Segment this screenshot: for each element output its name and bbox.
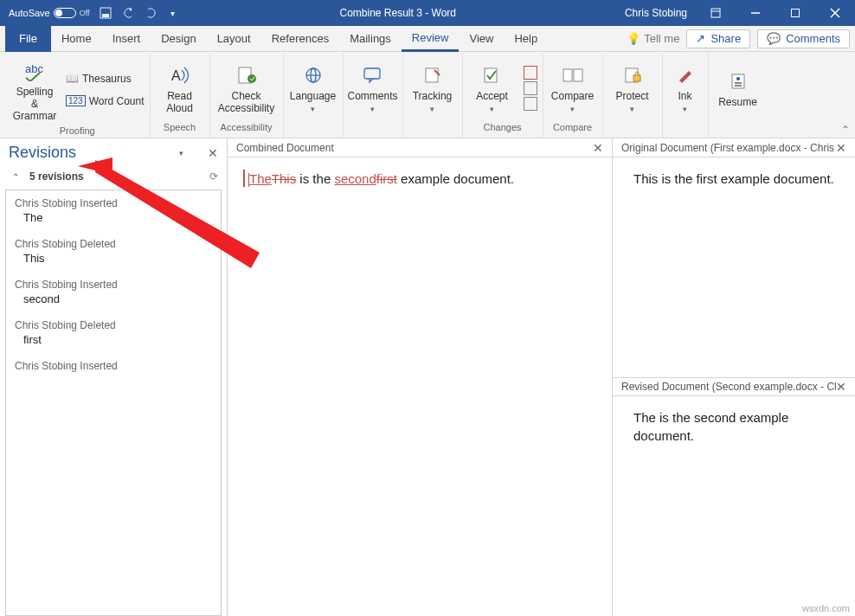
resume-icon [729,67,748,95]
tab-references[interactable]: References [261,26,339,52]
qat-more-icon[interactable]: ▾ [166,6,180,20]
minimize-button[interactable] [736,0,775,26]
ink-icon [677,61,694,89]
ink-button[interactable]: Ink▾ [668,60,703,115]
group-label-changes: Changes [483,120,521,136]
revised-document-body[interactable]: The is the second example document. [613,396,855,616]
prev-change-icon[interactable] [524,81,537,95]
svg-rect-18 [563,69,572,81]
svg-text:A: A [171,68,181,83]
comment-icon: 💬 [767,32,781,45]
tell-me-search[interactable]: 💡 Tell me [627,32,679,45]
combined-close-icon[interactable]: ✕ [593,141,603,155]
pane-options-icon[interactable]: ▾ [179,149,183,157]
save-icon[interactable] [99,6,112,20]
revision-item: Chris Stobing InsertedThe [6,190,221,231]
revision-count: 5 revisions [29,170,84,183]
pane-close-icon[interactable]: ✕ [208,146,218,160]
tab-design[interactable]: Design [151,26,206,52]
svg-rect-16 [426,68,438,82]
comments-dropdown[interactable]: Comments▾ [349,60,397,115]
autosave-toggle[interactable]: AutoSave Off [9,8,90,18]
revision-item: Chris Stobing DeletedThis [6,231,221,272]
svg-rect-15 [364,68,380,79]
protect-button[interactable]: Protect▾ [608,60,657,115]
svg-rect-24 [735,82,742,84]
group-label-speech: Speech [164,120,196,136]
tab-help[interactable]: Help [504,26,548,52]
tab-mailings[interactable]: Mailings [339,26,402,52]
revisions-list[interactable]: Chris Stobing InsertedThe Chris Stobing … [5,189,222,616]
accept-icon [482,61,503,89]
user-name[interactable]: Chris Stobing [616,7,696,19]
svg-rect-21 [633,75,640,81]
svg-rect-5 [792,10,800,17]
group-protect: Protect▾ [603,54,663,138]
redo-icon[interactable] [144,6,158,20]
group-label-accessibility: Accessibility [221,120,273,136]
chevron-up-icon[interactable]: ⌃ [12,172,19,182]
read-aloud-button[interactable]: A Read Aloud [156,60,204,117]
main-area: Revisions ▾ ✕ ⌃ 5 revisions ⟳ Chris Stob… [0,138,855,616]
tracking-icon [422,61,443,89]
share-button[interactable]: ↗Share [686,29,750,48]
group-language: Language▾ [284,54,344,138]
svg-rect-17 [485,68,497,82]
revised-close-icon[interactable]: ✕ [836,380,846,394]
group-ink: Ink▾ [663,54,709,138]
svg-rect-1 [102,14,109,17]
svg-point-23 [736,77,740,80]
language-button[interactable]: Language▾ [289,60,338,115]
group-tracking: Tracking▾ [403,54,463,138]
original-document-body[interactable]: This is the first example document. [613,157,855,377]
next-change-icon[interactable] [524,97,537,111]
tab-layout[interactable]: Layout [207,26,261,52]
combined-document-pane: Combined Document ✕ TheThis is the secon… [228,138,613,616]
share-icon: ↗ [696,32,705,45]
watermark: wsxdn.com [802,603,850,613]
spelling-grammar-button[interactable]: abc Spelling & Grammar [10,55,59,124]
language-icon [303,61,324,89]
ribbon: abc Spelling & Grammar 📖Thesaurus 123Wor… [0,52,855,138]
tab-review[interactable]: Review [402,26,460,52]
tab-file[interactable]: File [5,26,51,52]
group-comments: Comments▾ [344,54,403,138]
tracking-dropdown[interactable]: Tracking▾ [408,60,457,115]
accept-button[interactable]: Accept▾ [468,60,517,115]
refresh-icon[interactable]: ⟳ [209,170,218,183]
reject-icon[interactable] [524,66,537,80]
undo-icon[interactable] [121,6,135,20]
lightbulb-icon: 💡 [627,32,640,45]
group-accessibility: Check Accessibility Accessibility [210,54,284,138]
group-resume: Resume [709,54,768,138]
group-proofing: abc Spelling & Grammar 📖Thesaurus 123Wor… [5,54,151,138]
check-accessibility-button[interactable]: Check Accessibility [215,60,278,117]
revisions-title: Revisions [9,144,172,162]
source-documents-pane: Original Document (First example.docx - … [613,138,855,616]
autosave-label: AutoSave [9,8,50,18]
protect-icon [623,61,642,89]
ribbon-display-icon[interactable] [696,0,736,26]
word-count-button[interactable]: 123Word Count [66,92,145,111]
collapse-ribbon-icon[interactable]: ⌃ [841,124,850,136]
combined-document-body[interactable]: TheThis is the secondfirst example docum… [228,157,612,616]
original-close-icon[interactable]: ✕ [836,141,846,155]
group-changes: Accept▾ Changes [463,54,543,138]
ribbon-tabs: File Home Insert Design Layout Reference… [0,26,855,52]
window-title: Combine Result 3 - Word [180,7,616,19]
thesaurus-button[interactable]: 📖Thesaurus [66,69,145,88]
svg-rect-19 [574,69,582,81]
tab-insert[interactable]: Insert [102,26,151,52]
group-compare: Compare▾ Compare [543,54,603,138]
close-button[interactable] [815,0,855,26]
resume-button[interactable]: Resume [714,66,762,111]
comments-button[interactable]: 💬Comments [757,29,850,48]
tab-view[interactable]: View [459,26,504,52]
maximize-button[interactable] [775,0,815,26]
tab-home[interactable]: Home [51,26,102,52]
compare-button[interactable]: Compare▾ [549,60,597,115]
revision-item: Chris Stobing Inserted [6,353,221,381]
revision-item: Chris Stobing Insertedsecond [6,272,221,312]
svg-rect-25 [735,85,742,87]
spellcheck-icon: abc [22,57,47,85]
